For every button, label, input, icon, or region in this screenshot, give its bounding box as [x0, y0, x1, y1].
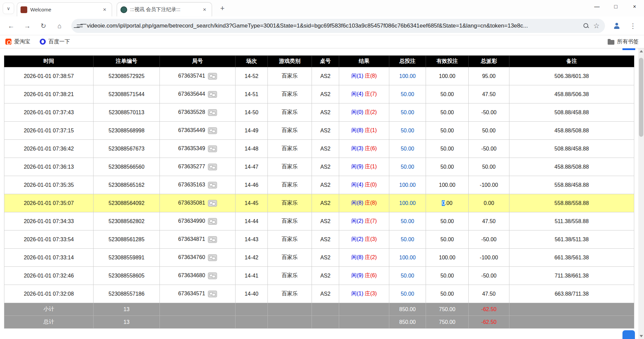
total-bet-link[interactable]: 50.00 — [401, 91, 414, 97]
total-row: 总计13850.00750.00-62.50 — [4, 316, 634, 329]
cell-bet-id: 523088559891 — [94, 249, 160, 267]
zoom-icon[interactable] — [583, 23, 589, 29]
round-detail-icon[interactable] — [208, 291, 217, 297]
cell-remark: 506.38/601.38 — [509, 67, 634, 85]
cell-remark: 508.88/458.88 — [509, 103, 634, 122]
summary-cell: 750.00 — [426, 303, 469, 316]
cell-result: 闲(3) 庄(6) — [339, 140, 389, 158]
round-detail-icon[interactable] — [208, 182, 217, 188]
cell-bet-id: 523088558605 — [94, 267, 160, 285]
table-row: 2026-01-01 07:33:54523088561285673634871… — [4, 230, 634, 249]
cell-remark: 711.38/661.38 — [509, 267, 634, 285]
bookmark-star-icon[interactable]: ☆ — [593, 22, 600, 29]
column-header: 结果 — [339, 56, 389, 67]
page-scrollbar[interactable] — [638, 48, 644, 339]
cell-time: 2026-01-01 07:34:33 — [4, 212, 94, 230]
tab-welcome[interactable]: Welcome × — [17, 2, 112, 16]
summary-cell — [509, 316, 634, 329]
total-bet-link[interactable]: 100.00 — [399, 73, 416, 79]
round-detail-icon[interactable] — [208, 272, 217, 279]
table-row: 2026-01-01 07:37:43523088570113673635528… — [4, 103, 634, 122]
round-detail-icon[interactable] — [208, 109, 217, 116]
total-bet-link[interactable]: 100.00 — [399, 200, 416, 206]
round-detail-icon[interactable] — [208, 200, 217, 207]
total-bet-link[interactable]: 100.00 — [399, 255, 416, 260]
url-bar[interactable]: videoie.com/ipl/portal.php/game/betrecor… — [71, 19, 605, 33]
cell-payout: -50.00 — [469, 140, 509, 158]
cell-round: 673635449 — [160, 122, 236, 140]
floating-action-button[interactable] — [622, 330, 635, 339]
round-number: 673634871 — [178, 236, 205, 242]
round-detail-icon[interactable] — [208, 145, 217, 152]
cell-session: 14-45 — [236, 194, 268, 212]
cell-round: 673635528 — [160, 103, 236, 122]
forward-icon: → — [24, 23, 31, 29]
round-detail-icon[interactable] — [208, 218, 217, 225]
minimize-button[interactable]: — — [587, 0, 606, 13]
round-detail-icon[interactable] — [208, 164, 217, 170]
total-bet-link[interactable]: 50.00 — [401, 273, 414, 279]
tab-close-icon[interactable]: × — [201, 6, 208, 13]
cell-bet-id: 523088568998 — [94, 122, 160, 140]
close-button[interactable]: × — [625, 0, 644, 13]
site-info-icon[interactable] — [77, 23, 83, 29]
cell-session: 14-52 — [236, 67, 268, 85]
maximize-button[interactable]: □ — [606, 0, 625, 13]
summary-cell: -62.50 — [469, 303, 509, 316]
total-bet-link[interactable]: 50.00 — [401, 128, 414, 133]
back-button[interactable]: ← — [4, 19, 18, 33]
cell-game-type: 百家乐 — [268, 230, 312, 249]
cell-valid-bet: 100.00 — [426, 67, 469, 85]
cell-time: 2026-01-01 07:36:42 — [4, 140, 94, 158]
round-number: 673635528 — [178, 109, 205, 115]
total-bet-link[interactable]: 50.00 — [401, 110, 414, 115]
round-detail-icon[interactable] — [208, 236, 217, 243]
summary-cell: 850.00 — [389, 316, 426, 329]
all-bookmarks-button[interactable]: 所有书签 — [608, 38, 639, 45]
url-text[interactable]: videoie.com/ipl/portal.php/game/betrecor… — [87, 23, 579, 29]
cell-valid-bet: 50.00 — [426, 285, 469, 303]
menu-button[interactable]: ⋮ — [626, 19, 640, 33]
round-detail-icon[interactable] — [208, 73, 217, 80]
profile-button[interactable] — [610, 19, 624, 33]
cell-valid-bet: 50.00 — [426, 85, 469, 103]
total-bet-link[interactable]: 50.00 — [401, 146, 414, 152]
cell-result: 闲(1) 庄(8) — [339, 67, 389, 85]
cell-bet-id: 523088564092 — [94, 194, 160, 212]
cell-payout: -50.00 — [469, 267, 509, 285]
bookmark-baidu[interactable]: 百度一下 — [40, 38, 70, 45]
cell-session: 14-40 — [236, 285, 268, 303]
bookmark-aitaobao[interactable]: 爱淘宝 — [5, 38, 30, 45]
cell-payout: -50.00 — [469, 103, 509, 122]
summary-cell — [236, 316, 268, 329]
cell-valid-bet: 50.00 — [426, 230, 469, 249]
round-detail-icon[interactable] — [208, 127, 217, 134]
tab-bet-record[interactable]: :::视讯 会员下注纪录::: × — [117, 2, 212, 16]
home-button[interactable]: ⌂ — [52, 19, 67, 33]
cell-remark: 508.88/458.88 — [509, 140, 634, 158]
scroll-up-arrow[interactable] — [638, 48, 644, 54]
total-bet-link[interactable]: 50.00 — [401, 237, 414, 242]
forward-button[interactable]: → — [20, 19, 34, 33]
total-bet-link[interactable]: 50.00 — [401, 218, 414, 224]
round-number: 673635741 — [178, 73, 205, 79]
cell-game-type: 百家乐 — [268, 249, 312, 267]
refresh-button[interactable]: ↻ — [36, 19, 50, 33]
round-number: 673634680 — [178, 272, 205, 278]
round-number: 673635081 — [178, 200, 205, 206]
summary-cell — [160, 316, 236, 329]
round-detail-icon[interactable] — [208, 254, 217, 261]
tab-search-button[interactable]: ∨ — [3, 3, 14, 14]
total-bet-link[interactable]: 50.00 — [401, 164, 414, 170]
scrollbar-thumb[interactable] — [639, 58, 643, 137]
cell-game-type: 百家乐 — [268, 158, 312, 176]
round-detail-icon[interactable] — [208, 91, 217, 98]
total-bet-link[interactable]: 100.00 — [399, 182, 416, 188]
total-bet-link[interactable]: 50.00 — [401, 291, 414, 297]
cell-valid-bet: 50.00 — [426, 212, 469, 230]
tab-close-icon[interactable]: × — [101, 6, 108, 13]
cell-round: 673635741 — [160, 67, 236, 85]
new-tab-button[interactable]: + — [217, 3, 228, 14]
scroll-down-arrow[interactable] — [638, 333, 644, 339]
cell-valid-bet: 50.00 — [426, 103, 469, 122]
